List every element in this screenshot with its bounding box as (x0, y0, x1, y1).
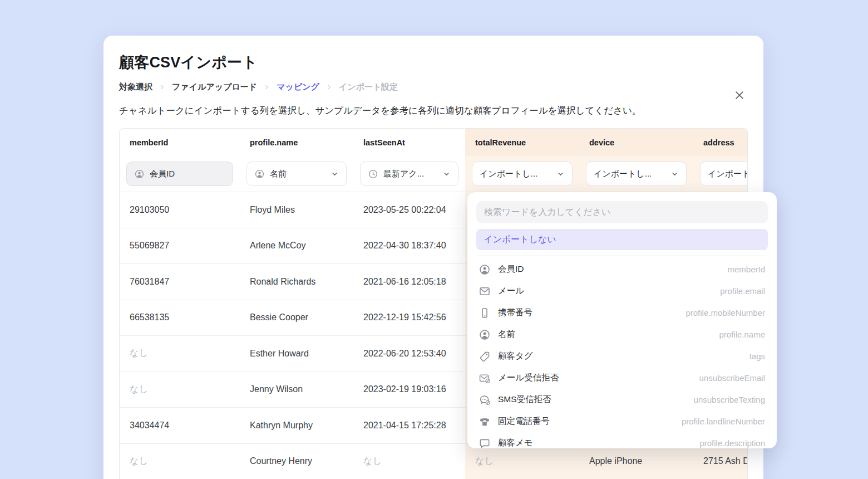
mapping-select-label: インポートし... (708, 169, 747, 179)
wizard-steps: 対象選択ファイルアップロードマッピングインポート設定 (119, 82, 748, 92)
table-cell: 2023-05-25 00:22:04 (353, 192, 465, 228)
table-header-row: memberIdprofile.namelastSeenAttotalReven… (120, 129, 747, 156)
option-field-code: profile.email (720, 286, 765, 296)
option-no-import[interactable]: インポートしない (476, 229, 768, 250)
memo-icon (479, 437, 491, 449)
table-cell: なし (353, 444, 465, 479)
option-field-code: profile.mobileNumber (685, 308, 765, 317)
option-field-code: profile.name (719, 330, 765, 339)
table-cell: 2023-02-19 19:03:16 (353, 372, 465, 408)
close-icon (733, 89, 746, 101)
dropdown-option-profile.name[interactable]: 名前profile.name (476, 324, 768, 345)
table-cell: 29103050 (120, 192, 240, 228)
mapping-select-label: 名前 (270, 169, 287, 179)
sms-unsubscribe-icon (479, 394, 491, 406)
table-cell: なし (465, 444, 579, 479)
table-cell: 2715 Ash Dr (693, 444, 747, 479)
dropdown-option-unsubscribeTexting[interactable]: SMS受信拒否unsubscribeTexting (476, 389, 768, 410)
table-cell: 55069827 (120, 228, 240, 264)
mapping-instructions: チャネルトークにインポートする列を選択し、サンプルデータを参考に各列に適切な顧客… (119, 104, 748, 116)
column-header-profile.name: profile.name (240, 129, 353, 156)
chevron-down-icon (331, 170, 339, 178)
option-label: 会員ID (498, 263, 524, 275)
table-cell: Arlene McCoy (240, 228, 353, 264)
search-input[interactable] (476, 201, 768, 223)
option-label: 固定電話番号 (498, 416, 550, 427)
wizard-step[interactable]: インポート設定 (339, 82, 398, 92)
dropdown-options-list: 会員IDmemberIdメールprofile.email携帯番号profile.… (476, 258, 768, 448)
mapping-select-label: インポートし... (480, 169, 537, 179)
table-cell: 2022-04-30 18:37:40 (353, 228, 465, 264)
option-field-code: unsubscribeTexting (694, 395, 765, 404)
mapping-cell: インポートし... (465, 156, 579, 192)
column-mapping-select-device[interactable]: インポートし... (586, 162, 687, 186)
table-cell: 2022-12-19 15:42:56 (353, 300, 465, 336)
table-cell: Ronald Richards (240, 264, 353, 300)
chevron-down-icon (556, 170, 565, 178)
mapping-cell: 名前 (240, 156, 353, 192)
dropdown-option-profile.mobileNumber[interactable]: 携帯番号profile.mobileNumber (476, 302, 768, 324)
dropdown-option-profile.email[interactable]: メールprofile.email (476, 280, 768, 302)
dropdown-option-tags[interactable]: 顧客タグtags (476, 345, 768, 367)
column-mapping-row: 会員ID名前最新アク...インポートし...インポートし...インポートし... (120, 156, 747, 192)
person-circle-icon (479, 263, 491, 276)
table-cell: なし (120, 336, 240, 372)
mail-icon (479, 285, 491, 297)
option-label: SMS受信拒否 (498, 394, 551, 405)
table-cell: Jenny Wilson (240, 372, 353, 408)
person-circle-icon (254, 169, 265, 179)
person-circle-icon (479, 329, 491, 341)
table-cell: Kathryn Murphy (240, 408, 353, 443)
dropdown-option-profile.description[interactable]: 顧客メモprofile.description (476, 432, 768, 448)
mobile-icon (479, 307, 491, 319)
option-field-code: memberId (727, 265, 765, 274)
table-cell: 66538135 (120, 300, 240, 336)
table-row: なしCourtney HenryなしなしApple iPhone2715 Ash… (120, 443, 747, 479)
column-header-memberId: memberId (120, 129, 240, 156)
option-label: 顧客メモ (498, 437, 533, 448)
table-cell: なし (120, 372, 240, 408)
close-button[interactable] (731, 87, 748, 104)
column-mapping-select-profile.name[interactable]: 名前 (246, 162, 347, 186)
option-field-code: unsubscribeEmail (699, 373, 765, 383)
dropdown-option-unsubscribeEmail[interactable]: メール受信拒否unsubscribeEmail (476, 367, 768, 389)
option-label: 顧客タグ (498, 350, 533, 362)
table-cell: Floyd Miles (240, 192, 353, 228)
table-cell: Courtney Henry (240, 444, 353, 479)
chevron-down-icon (670, 170, 679, 178)
table-cell: Esther Howard (240, 336, 353, 372)
column-mapping-select-address[interactable]: インポートし... (700, 162, 747, 186)
mapping-cell: インポートし... (579, 156, 693, 192)
option-field-code: profile.description (699, 438, 765, 448)
table-cell: Bessie Cooper (240, 300, 353, 336)
column-mapping-select-lastSeenAt[interactable]: 最新アク... (360, 162, 458, 186)
column-header-device: device (579, 129, 693, 156)
profile-mapping-dropdown: インポートしない 会員IDmemberIdメールprofile.email携帯番… (467, 192, 777, 448)
table-cell: 2021-04-15 17:25:28 (353, 408, 465, 443)
table-cell: 76031847 (120, 264, 240, 300)
mapping-select-label: インポートし... (594, 169, 652, 179)
wizard-step[interactable]: 対象選択 (119, 82, 152, 92)
wizard-step[interactable]: マッピング (277, 82, 319, 92)
landline-icon (479, 416, 491, 428)
column-mapping-select-memberId[interactable]: 会員ID (126, 162, 233, 186)
column-mapping-select-totalRevenue[interactable]: インポートし... (472, 162, 573, 186)
table-cell: 2021-06-16 12:05:18 (353, 264, 465, 300)
option-label: 名前 (498, 329, 515, 340)
chevron-down-icon (442, 170, 451, 178)
table-cell: 2022-06-20 12:53:40 (353, 336, 465, 372)
page-title: 顧客CSVインポート (119, 53, 748, 72)
mapping-cell: 最新アク... (353, 156, 465, 192)
option-label: メール (498, 285, 524, 297)
dropdown-option-profile.landlineNumber[interactable]: 固定電話番号profile.landlineNumber (476, 410, 768, 432)
column-header-lastSeenAt: lastSeenAt (353, 129, 465, 156)
mapping-cell: 会員ID (120, 156, 240, 192)
wizard-step[interactable]: ファイルアップロード (172, 82, 257, 92)
chevron-right-icon (263, 84, 270, 91)
dropdown-option-memberId[interactable]: 会員IDmemberId (476, 258, 768, 280)
mapping-cell: インポートし... (693, 156, 747, 192)
dropdown-divider (476, 256, 768, 256)
mail-unsubscribe-icon (479, 372, 491, 384)
option-field-code: tags (749, 351, 765, 361)
option-field-code: profile.landlineNumber (682, 417, 765, 426)
